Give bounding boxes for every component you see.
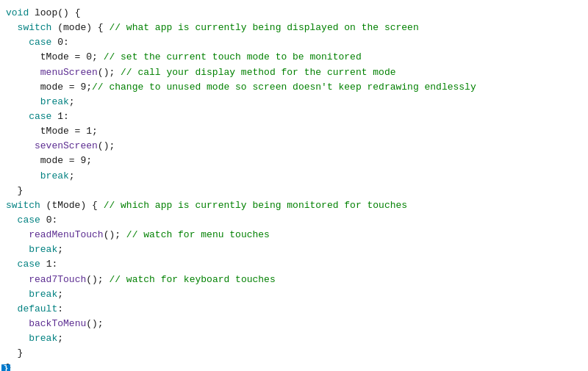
code-line-9: tMode = 1; [0,124,588,139]
code-editor: void loop() { switch (mode) { // what ap… [0,0,588,371]
code-line-25: } [0,361,588,371]
code-line-19: read7Touch(); // watch for keyboard touc… [0,273,588,287]
code-line-1: void loop() { [0,6,588,21]
code-line-12: break; [0,169,588,184]
code-line-22: backToMenu(); [0,317,588,331]
code-line-16: readMenuTouch(); // watch for menu touch… [0,228,588,242]
code-line-23: break; [0,331,588,346]
code-line-24: } [0,346,588,361]
code-line-3: case 0: [0,35,588,50]
code-line-13: } [0,184,588,198]
code-line-20: break; [0,287,588,302]
code-line-18: case 1: [0,257,588,272]
code-line-8: case 1: [0,109,588,124]
code-line-4: tMode = 0; // set the current touch mode… [0,50,588,65]
code-line-15: case 0: [0,213,588,228]
code-line-7: break; [0,95,588,109]
code-line-21: default: [0,302,588,317]
code-line-14: switch (tMode) { // which app is current… [0,198,588,213]
code-line-17: break; [0,242,588,257]
bracket-indicator: } [1,364,10,371]
code-line-11: mode = 9; [0,154,588,168]
code-line-2: switch (mode) { // what app is currently… [0,21,588,35]
code-line-5: menuScreen(); // call your display metho… [0,65,588,80]
code-line-6: mode = 9;// change to unused mode so scr… [0,80,588,95]
code-line-10: sevenScreen(); [0,139,588,154]
